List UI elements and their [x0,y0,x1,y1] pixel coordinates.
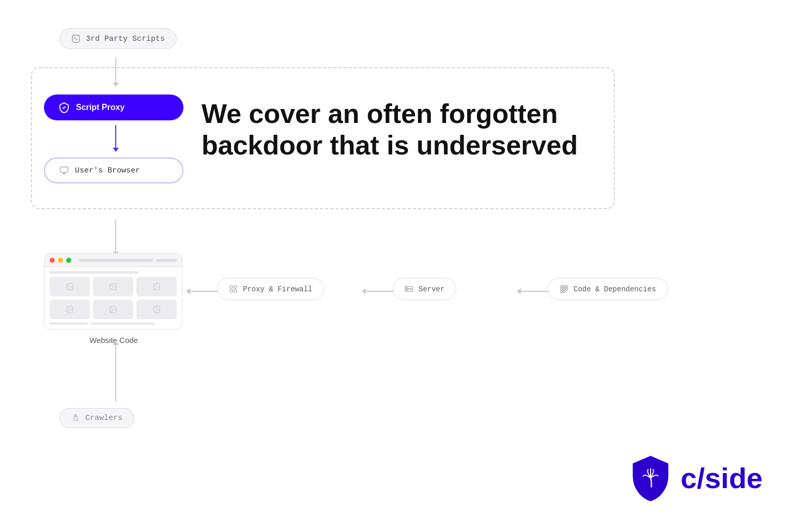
code-dependencies-label: Code & Dependencies [574,285,656,293]
svg-rect-17 [234,290,237,292]
script-proxy-label: Script Proxy [76,103,125,112]
server-label: Server [419,285,444,293]
arrow-to-code-deps [517,288,549,294]
code-dependencies-pill: Code & Dependencies [548,278,668,300]
crawlers-pill: Crawlers [59,408,134,428]
arrow-line-v-crawlers [115,345,116,402]
proxy-firewall-label: Proxy & Firewall [243,285,312,293]
arrow-line-3 [521,291,549,292]
cside-text-label: c/side [681,461,763,495]
third-party-label: 3rd Party Scripts [86,35,165,43]
arrowhead-left-3 [517,288,521,294]
svg-point-9 [68,308,69,309]
arrow-crawlers-to-website [113,341,119,402]
svg-rect-25 [561,288,563,290]
arrow-line-1 [190,291,219,292]
arrow-to-proxy-firewall [186,288,219,294]
dot-green [66,258,71,263]
svg-point-21 [407,290,407,291]
dot-yellow [58,258,63,263]
main-heading: We cover an often forgotten backdoor tha… [202,98,578,162]
arrow-line-2 [366,291,394,292]
svg-rect-23 [563,286,565,288]
script-icon [71,34,81,43]
arrowhead-up [113,341,119,345]
svg-point-3 [68,285,69,286]
svg-point-7 [155,285,156,286]
svg-rect-14 [230,286,233,288]
arrowhead-left-2 [362,288,366,294]
svg-rect-26 [563,288,565,290]
arrow-third-to-proxy [113,58,119,87]
cside-logo: c/side [630,455,763,501]
svg-point-13 [155,308,156,309]
users-browser-label: User's Browser [75,166,140,175]
svg-rect-27 [566,288,568,290]
svg-rect-24 [566,286,568,288]
arrow-to-server [362,288,394,294]
arrowhead-left-1 [186,288,190,294]
page: 3rd Party Scripts Script Proxy User's Br… [0,0,804,532]
svg-rect-0 [72,35,80,42]
script-proxy-node: Script Proxy [44,95,183,120]
svg-point-30 [74,417,78,420]
server-pill: Server [393,278,456,300]
svg-rect-29 [563,291,565,293]
svg-point-20 [407,287,407,288]
monitor-icon [59,166,69,175]
svg-rect-22 [561,286,563,288]
browser-titlebar [44,254,182,267]
shield-proxy-icon [58,102,70,113]
svg-point-5 [112,285,113,286]
cside-shield-icon [630,455,671,501]
dot-red [50,258,55,263]
bug-icon [71,414,80,423]
apps-icon [560,285,568,293]
server-icon [405,285,413,293]
arrow-browser-to-website [113,220,119,256]
third-party-scripts-pill: 3rd Party Scripts [59,28,177,49]
grid-icon [229,285,238,293]
svg-rect-1 [60,167,68,173]
website-code-browser [44,253,182,330]
users-browser-node: User's Browser [44,158,183,183]
svg-point-11 [112,308,113,309]
svg-rect-28 [561,291,563,293]
arrow-proxy-to-browser [113,125,119,152]
svg-rect-15 [234,286,237,288]
svg-rect-16 [230,290,233,292]
crawlers-label: Crawlers [85,414,122,423]
proxy-firewall-pill: Proxy & Firewall [217,278,324,300]
